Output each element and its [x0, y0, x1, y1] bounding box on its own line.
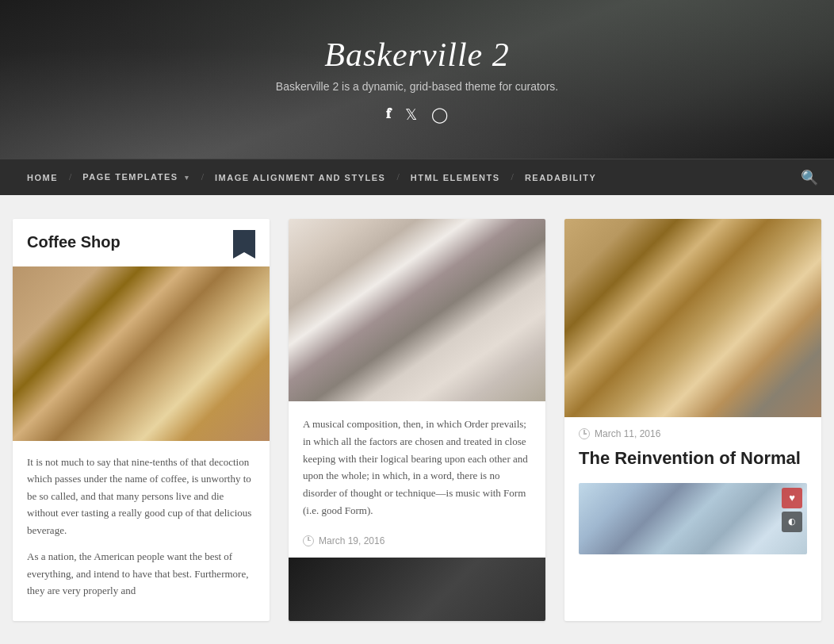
nav-item-image-alignment[interactable]: IMAGE ALIGNMENT AND STYLES: [204, 159, 396, 196]
card-2-image: [289, 219, 545, 401]
site-description: Baskerville 2 is a dynamic, grid-based t…: [276, 80, 558, 93]
nav-links: HOME / PAGE TEMPLATES ▾ / IMAGE ALIGNMEN…: [16, 159, 607, 196]
heart-badge: ♥: [782, 488, 802, 508]
bookmark-icon: [233, 230, 255, 259]
instagram-icon[interactable]: ◯: [431, 105, 448, 124]
card-1-paragraph-1: It is not much to say that nine-tenths o…: [27, 454, 255, 539]
clock-icon-2: [579, 428, 590, 439]
nav-item-readability[interactable]: READABILITY: [514, 159, 607, 196]
nav-item-html-elements[interactable]: HTML ELEMENTS: [400, 159, 511, 196]
card-1-body: It is not much to say that nine-tenths o…: [13, 441, 270, 612]
nav-link-readability[interactable]: READABILITY: [514, 159, 607, 196]
clock-badge: ◐: [782, 512, 802, 532]
nav-item-home[interactable]: HOME: [16, 159, 69, 196]
card-3-date-text: March 11, 2016: [595, 428, 660, 439]
thumbnail-overlays: ♥ ◐: [782, 488, 802, 532]
social-icons: 𝐟 𝕏 ◯: [276, 105, 558, 124]
nav-link-html-elements[interactable]: HTML ELEMENTS: [400, 159, 511, 196]
card-1-paragraph-2: As a nation, the American people want th…: [27, 548, 255, 599]
facebook-icon[interactable]: 𝐟: [386, 105, 391, 124]
site-title: Baskerville 2: [276, 36, 558, 74]
card-3-thumbnail: ♥ ◐: [579, 483, 807, 554]
music-image: [289, 219, 545, 401]
card-2-text: A musical composition, then, in which Or…: [303, 416, 531, 519]
coffee-shop-image: [13, 266, 270, 441]
nav-link-home[interactable]: HOME: [16, 159, 69, 196]
card-1-image: [13, 266, 270, 441]
dropdown-arrow-icon: ▾: [185, 174, 190, 182]
card-3-image: [564, 219, 821, 417]
card-3-title[interactable]: The Reinvention of Normal: [564, 447, 821, 483]
card-2-date-text: March 19, 2016: [319, 535, 384, 546]
nav-item-page-templates[interactable]: PAGE TEMPLATES ▾: [71, 159, 201, 196]
main-content: Coffee Shop It is not much to say that n…: [0, 195, 834, 644]
card-2-body: A musical composition, then, in which Or…: [289, 401, 545, 558]
header-content: Baskerville 2 Baskerville 2 is a dynamic…: [276, 36, 558, 124]
nav-link-page-templates[interactable]: PAGE TEMPLATES ▾: [71, 159, 201, 196]
card-1-title[interactable]: Coffee Shop: [27, 233, 121, 251]
twitter-icon[interactable]: 𝕏: [405, 105, 417, 124]
tools-image: [564, 219, 821, 417]
site-header: Baskerville 2 Baskerville 2 is a dynamic…: [0, 0, 834, 159]
card-coffee-shop: Coffee Shop It is not much to say that n…: [13, 219, 270, 621]
card-2-bottom-image: [289, 558, 545, 621]
search-icon[interactable]: 🔍: [801, 169, 818, 186]
nav-link-image-alignment[interactable]: IMAGE ALIGNMENT AND STYLES: [204, 159, 396, 196]
thumbnail-image: [579, 483, 807, 554]
card-2-date: March 19, 2016: [303, 535, 531, 546]
card-1-header: Coffee Shop: [13, 219, 270, 266]
site-navigation: HOME / PAGE TEMPLATES ▾ / IMAGE ALIGNMEN…: [0, 159, 834, 195]
card-reinvention: March 11, 2016 The Reinvention of Normal…: [564, 219, 821, 621]
card-music: A musical composition, then, in which Or…: [289, 219, 545, 621]
card-3-date: March 11, 2016: [564, 417, 821, 447]
clock-icon: [303, 535, 314, 546]
